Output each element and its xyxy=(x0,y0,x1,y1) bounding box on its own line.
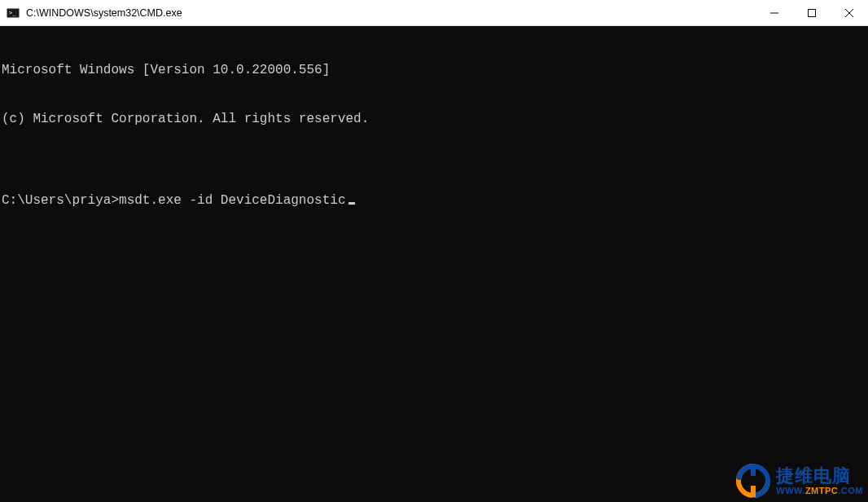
window-controls xyxy=(756,0,868,25)
terminal-area[interactable]: Microsoft Windows [Version 10.0.22000.55… xyxy=(0,26,868,502)
terminal-output-line: Microsoft Windows [Version 10.0.22000.55… xyxy=(2,62,866,78)
terminal-prompt-line: C:\Users\priya>msdt.exe -id DeviceDiagno… xyxy=(2,192,866,209)
terminal-output-line: (c) Microsoft Corporation. All rights re… xyxy=(2,111,866,127)
maximize-button[interactable] xyxy=(793,0,831,26)
titlebar[interactable]: >_ C:\WINDOWS\system32\CMD.exe xyxy=(0,0,868,26)
svg-text:>_: >_ xyxy=(9,10,16,16)
close-button[interactable] xyxy=(831,0,868,26)
terminal-command: msdt.exe -id DeviceDiagnostic xyxy=(119,193,345,208)
svg-rect-3 xyxy=(809,10,816,17)
terminal-prompt: C:\Users\priya> xyxy=(2,193,119,208)
minimize-button[interactable] xyxy=(756,0,793,26)
cursor-icon xyxy=(349,202,355,205)
cmd-icon: >_ xyxy=(7,7,20,20)
cmd-window: >_ C:\WINDOWS\system32\CMD.exe Microsoft… xyxy=(0,0,868,502)
window-title: C:\WINDOWS\system32\CMD.exe xyxy=(26,0,756,26)
